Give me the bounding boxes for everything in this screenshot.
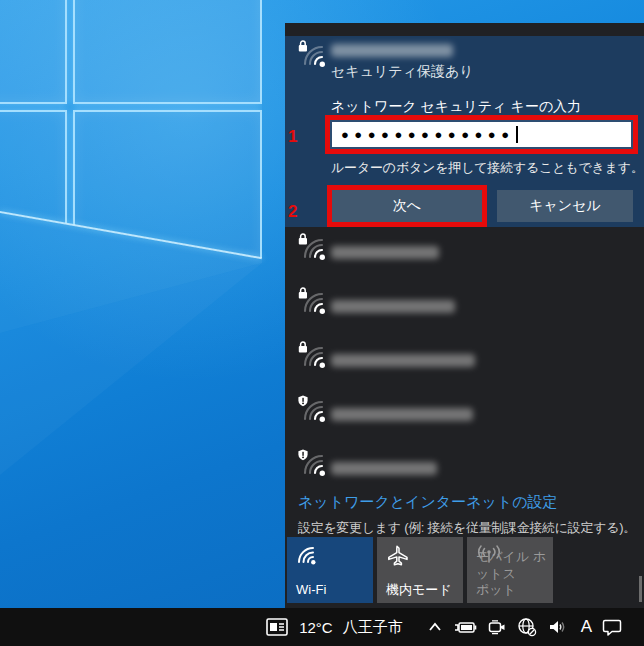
logo-pane-top-right [73,0,262,104]
wifi-tile[interactable]: Wi-Fi [287,537,373,603]
settings-caption: 設定を変更します (例: 接続を従量制課金接続に設定する)。 [298,519,636,537]
scrollbar-thumb[interactable] [639,576,642,602]
mobile-hotspot-tile[interactable]: モバイル ホットス ポット [467,537,553,603]
tile-label: Wi-Fi [296,582,326,598]
warning-badge [298,450,307,461]
weather-location[interactable]: 八王子市 [343,618,403,637]
meet-now-camera-icon[interactable] [487,619,507,635]
airplane-mode-tile[interactable]: 機内モード [377,537,463,603]
ssid-redacted [331,354,475,367]
wifi-icon [296,544,320,566]
annotation-box-next: 次へ [327,185,487,227]
wifi-network-flyout: セキュリティ保護あり ネットワーク セキュリティ キーの入力 1 ●●●●●●●… [285,23,644,608]
selected-network-panel[interactable]: セキュリティ保護あり ネットワーク セキュリティ キーの入力 1 ●●●●●●●… [285,36,644,227]
ssid-redacted [331,408,473,421]
tile-label: モバイル ホットス ポット [476,549,553,598]
cancel-button[interactable]: キャンセル [497,190,633,222]
annotation-step-1: 1 [288,127,297,147]
wifi-signal-icon [298,233,330,263]
wifi-network-item[interactable] [285,287,644,341]
ssid-redacted [331,300,455,313]
next-button[interactable]: 次へ [332,190,482,222]
weather-temperature[interactable]: 12°C [299,619,333,636]
ssid-redacted [331,462,437,475]
logo-pane-top-left [0,0,67,104]
wifi-signal-icon [298,287,330,317]
text-cursor [516,126,518,143]
lock-badge [299,342,307,352]
wifi-network-item[interactable] [285,233,644,287]
tile-label: 機内モード [386,582,452,598]
wifi-signal-icon [298,395,330,425]
news-and-interests-icon[interactable] [265,617,289,637]
password-dots: ●●●●●●●●●●●●● [341,128,515,141]
lock-badge [299,41,307,51]
security-key-input[interactable]: ●●●●●●●●●●●●● [330,120,633,149]
wifi-signal-icon [298,40,330,70]
wifi-signal-icon [298,449,330,479]
network-internet-settings-link[interactable]: ネットワークとインターネットの設定 [298,493,558,512]
wifi-signal-icon [298,341,330,371]
wifi-network-item[interactable] [285,395,644,449]
router-button-hint: ルーターのボタンを押して接続することもできます。 [331,159,644,177]
windows-desktop-screenshot: セキュリティ保護あり ネットワーク セキュリティ キーの入力 1 ●●●●●●●… [0,0,644,646]
hidden-icons-chevron[interactable] [427,620,443,634]
network-security-status: セキュリティ保護あり [331,63,474,81]
wifi-network-item[interactable] [285,341,644,395]
lock-badge [299,288,307,298]
airplane-icon [386,544,410,568]
security-key-prompt: ネットワーク セキュリティ キーの入力 [331,98,581,116]
globe-no-internet-icon[interactable] [517,617,537,637]
volume-icon[interactable] [547,618,567,636]
network-list [285,233,644,503]
warning-badge [298,396,307,407]
annotation-step-2: 2 [288,202,297,222]
taskbar: 12°C 八王子市 [0,608,644,646]
annotation-box-password: ●●●●●●●●●●●●● [325,115,638,154]
quick-actions: Wi-Fi 機内モード [287,537,553,603]
ssid-redacted [331,246,439,259]
lock-badge [299,234,307,244]
battery-charging-icon[interactable] [453,619,477,635]
ssid-redacted [331,44,453,57]
ime-mode-indicator[interactable]: A [581,617,592,637]
action-center-icon[interactable] [602,617,622,637]
